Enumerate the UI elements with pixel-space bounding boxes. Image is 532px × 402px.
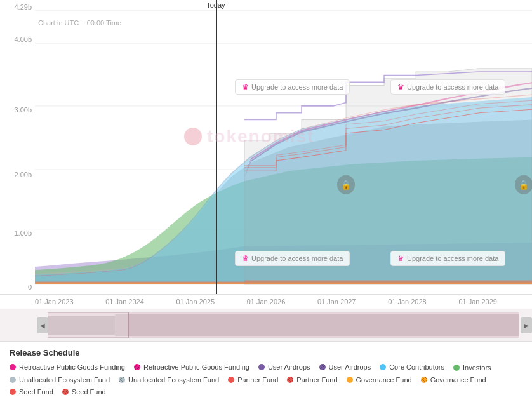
y-label-2b: 2.00b: [14, 171, 32, 178]
legend-dot-partner-fund: [228, 377, 234, 383]
legend-dot-governance-fund: [347, 377, 353, 383]
chart-area: 4.29b 4.00b 3.00b 2.00b 1.00b 0: [0, 0, 532, 295]
crown-icon-4: ♛: [397, 254, 404, 263]
legend-unallocated-solid: Unallocated Ecosystem Fund: [10, 376, 110, 384]
legend-dot-unallocated: [10, 377, 16, 383]
svg-rect-11: [48, 312, 128, 338]
svg-text:🔒: 🔒: [519, 180, 529, 191]
mini-nav-left[interactable]: ◀: [37, 317, 48, 333]
y-label-4-29b: 4.29b: [14, 3, 32, 11]
legend-dot-user-airdrops-striped: [319, 364, 326, 370]
legend-dot-core-contributors: [380, 364, 386, 370]
x-label-2024: 01 Jan 2024: [105, 298, 144, 305]
x-label-2027: 01 Jan 2027: [317, 298, 356, 305]
legend-partner-fund-striped: Partner Fund: [287, 376, 337, 384]
svg-text:🔒: 🔒: [341, 180, 351, 191]
release-schedule: Release Schedule Retroactive Public Good…: [0, 342, 532, 402]
upgrade-banner-1[interactable]: ♛ Upgrade to access more data: [235, 79, 350, 95]
legend-investors: Investors: [453, 364, 491, 372]
legend-grid: Retroactive Public Goods Funding Retroac…: [10, 363, 522, 396]
legend-user-airdrops-solid: User Airdrops: [258, 363, 310, 372]
watermark: tokenomist: [184, 126, 314, 147]
mini-nav-right[interactable]: ▶: [521, 317, 532, 333]
svg-rect-10: [115, 314, 519, 336]
legend-dot-governance-fund-striped: [421, 377, 427, 383]
legend-dot-unallocated-striped: [119, 377, 125, 383]
upgrade-banner-2[interactable]: ♛ Upgrade to access more data: [390, 79, 505, 95]
legend-user-airdrops-striped: User Airdrops: [319, 363, 371, 372]
legend-seed-fund-solid: Seed Fund: [10, 388, 53, 396]
upgrade-banner-4[interactable]: ♛ Upgrade to access more data: [390, 251, 505, 266]
legend-unallocated-striped: Unallocated Ecosystem Fund: [119, 376, 219, 384]
legend-rpgf-solid: Retroactive Public Goods Funding: [10, 363, 125, 372]
y-label-0: 0: [28, 283, 32, 291]
legend-dot-seed-fund: [10, 389, 16, 395]
x-axis: 01 Jan 2023 01 Jan 2024 01 Jan 2025 01 J…: [0, 295, 532, 309]
legend-rpgf-striped: Retroactive Public Goods Funding: [134, 363, 249, 372]
legend-dot-partner-fund-striped: [287, 377, 293, 383]
x-label-2028: 01 Jan 2028: [388, 298, 427, 305]
y-label-3b: 3.00b: [14, 106, 32, 114]
legend-dot-rpgf-striped: [134, 364, 140, 370]
today-label: Today: [206, 1, 225, 9]
x-label-2023: 01 Jan 2023: [35, 298, 74, 305]
crown-icon-3: ♛: [242, 254, 249, 263]
y-label-4b: 4.00b: [14, 36, 32, 43]
x-label-2029: 01 Jan 2029: [458, 298, 497, 305]
legend-dot-seed-fund-striped: [62, 389, 69, 395]
mini-chart: ◀ ▶: [0, 309, 532, 342]
y-axis: 4.29b 4.00b 3.00b 2.00b 1.00b 0: [0, 0, 35, 294]
today-line: [216, 0, 217, 294]
legend-dot-investors: [453, 365, 460, 371]
x-label-2025: 01 Jan 2025: [176, 298, 215, 305]
legend-partner-fund-solid: Partner Fund: [228, 376, 278, 384]
watermark-dot: [184, 128, 202, 145]
mini-chart-inner: [48, 312, 519, 338]
y-label-1b: 1.00b: [14, 229, 32, 237]
x-label-2026: 01 Jan 2026: [247, 298, 286, 305]
legend-dot-rpgf: [10, 364, 16, 370]
legend-governance-fund: Governance Fund: [347, 376, 412, 384]
upgrade-banner-3[interactable]: ♛ Upgrade to access more data: [235, 251, 350, 266]
main-container: 4.29b 4.00b 3.00b 2.00b 1.00b 0: [0, 0, 532, 402]
legend-governance-fund-2: Governance Fund: [421, 376, 486, 384]
crown-icon-2: ♛: [397, 83, 404, 91]
legend-core-contributors: Core Contributors: [380, 363, 444, 372]
legend-dot-user-airdrops: [258, 364, 265, 370]
chart-utc-label: Chart in UTC + 00:00 Time: [38, 19, 121, 27]
release-schedule-title: Release Schedule: [10, 348, 522, 358]
crown-icon-1: ♛: [242, 83, 249, 91]
chart-svg: 🔒 🔒: [35, 0, 532, 294]
legend-seed-fund-striped: Seed Fund: [62, 388, 106, 396]
